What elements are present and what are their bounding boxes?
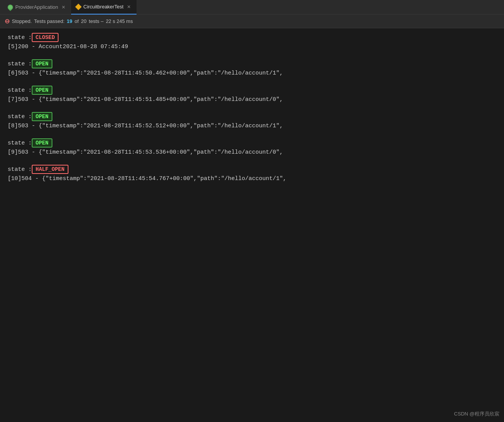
state-badge-1: OPEN [32, 59, 52, 68]
state-text-2: state : [8, 87, 32, 94]
state-badge-5: HALF_OPEN [32, 165, 68, 174]
log-line-1: [6]503 - {"timestamp":"2021-08-28T11:45:… [8, 70, 489, 76]
log-group-4: state : OPEN[9]503 - {"timestamp":"2021-… [8, 138, 496, 156]
log-line-5: [10]504 - {"timestamp":"2021-08-28T11:45… [8, 175, 489, 182]
status-of-text: of [75, 18, 79, 24]
stopped-icon: ⊖ [5, 18, 10, 25]
status-passed-count: 19 [67, 18, 72, 24]
watermark: CSDN @程序员欣宸 [454, 411, 499, 417]
status-total-count: 20 [81, 18, 86, 24]
log-group-1: state : OPEN[6]503 - {"timestamp":"2021-… [8, 59, 496, 76]
status-stopped-text: Stopped. [12, 18, 32, 24]
log-group-3: state : OPEN[8]503 - {"timestamp":"2021-… [8, 112, 496, 129]
tab-provider-label: ProviderApplication [15, 4, 58, 10]
state-text-3: state : [8, 114, 32, 120]
state-text-5: state : [8, 166, 32, 173]
state-line-4: state : OPEN [8, 138, 496, 148]
state-line-3: state : OPEN [8, 112, 496, 121]
state-badge-4: OPEN [32, 138, 52, 148]
log-group-0: state : CLOSED[5]200 - Account2021-08-28… [8, 33, 496, 50]
log-line-4: [9]503 - {"timestamp":"2021-08-28T11:45:… [8, 149, 489, 156]
tab-circuitbreaker-test[interactable]: CircuitbreakerTest ✕ [71, 0, 137, 15]
tab-bar: ProviderApplication ✕ CircuitbreakerTest… [0, 0, 504, 15]
state-badge-2: OPEN [32, 86, 52, 95]
state-badge-0: CLOSED [32, 33, 59, 42]
tab-provider-application[interactable]: ProviderApplication ✕ [3, 0, 71, 15]
tab-provider-close[interactable]: ✕ [60, 4, 67, 10]
tab-circuit-label: CircuitbreakerTest [83, 4, 124, 10]
state-line-0: state : CLOSED [8, 33, 496, 42]
state-text-4: state : [8, 140, 32, 146]
circuit-breaker-icon [76, 4, 81, 10]
log-group-2: state : OPEN[7]503 - {"timestamp":"2021-… [8, 86, 496, 103]
status-tests-text: tests – [89, 18, 103, 24]
log-line-2: [7]503 - {"timestamp":"2021-08-28T11:45:… [8, 96, 489, 103]
console-output: state : CLOSED[5]200 - Account2021-08-28… [0, 28, 504, 422]
state-text-1: state : [8, 61, 32, 67]
state-text-0: state : [8, 34, 32, 41]
state-line-5: state : HALF_OPEN [8, 165, 496, 174]
status-tests-passed-text: Tests passed: [34, 18, 65, 24]
provider-app-icon [8, 5, 13, 10]
state-badge-3: OPEN [32, 112, 52, 121]
state-line-2: state : OPEN [8, 86, 496, 95]
log-group-5: state : HALF_OPEN[10]504 - {"timestamp":… [8, 165, 496, 182]
state-line-1: state : OPEN [8, 59, 496, 68]
log-line-0: [5]200 - Account2021-08-28 07:45:49 [8, 44, 489, 50]
tab-circuit-close[interactable]: ✕ [126, 4, 132, 10]
status-bar: ⊖ Stopped. Tests passed: 19 of 20 tests … [0, 15, 504, 28]
log-line-3: [8]503 - {"timestamp":"2021-08-28T11:45:… [8, 123, 489, 129]
status-duration: 22 s 245 ms [106, 18, 133, 24]
